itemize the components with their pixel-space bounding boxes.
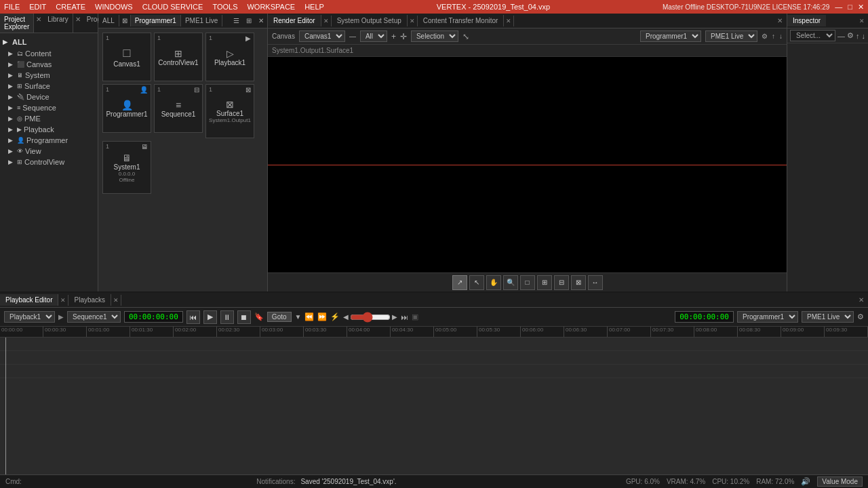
tab-project-explorer[interactable]: Project Explorer: [0, 14, 34, 33]
playback-slider[interactable]: [350, 312, 391, 323]
tool-table-btn[interactable]: ⊟: [554, 275, 569, 290]
inspector-up-btn[interactable]: ↑: [856, 32, 860, 40]
tab-playback-editor[interactable]: Playback Editor: [0, 294, 58, 306]
tile-programmer1[interactable]: 1 👤 👤 Programmer1: [102, 84, 151, 133]
canvas-select[interactable]: Canvas1: [299, 30, 345, 42]
add-icon[interactable]: +: [391, 32, 396, 41]
menu-help[interactable]: HELP: [304, 3, 324, 11]
tool-zoom-btn[interactable]: 🔍: [503, 275, 518, 290]
sequence-select[interactable]: Sequence1: [67, 311, 121, 323]
skip-end-icon[interactable]: ⏭: [401, 313, 408, 321]
goto-dropdown-icon[interactable]: ▼: [295, 313, 302, 321]
speaker-icon[interactable]: 🔊: [801, 477, 810, 486]
render-down-icon[interactable]: ↓: [779, 33, 783, 40]
inspector-settings-btn[interactable]: ⚙: [847, 31, 854, 40]
tree-device[interactable]: ▶ 🔌 Device: [0, 92, 98, 102]
tab-close-playbacks[interactable]: ✕: [111, 295, 121, 306]
bookmark-icon[interactable]: 🔖: [254, 312, 264, 321]
tab-all[interactable]: ALL: [98, 15, 119, 26]
menu-file[interactable]: FILE: [4, 3, 20, 11]
tab-inspector[interactable]: Inspector: [787, 15, 826, 26]
render-pme-select[interactable]: PME1 Live: [705, 30, 757, 42]
menu-windows[interactable]: WINDOWS: [95, 3, 133, 11]
maximize-button[interactable]: □: [848, 3, 852, 12]
speed-icon[interactable]: ⚡: [330, 312, 340, 321]
pb-settings-icon[interactable]: ⚙: [857, 312, 864, 321]
render-up-icon[interactable]: ↑: [772, 33, 775, 40]
tree-all[interactable]: ▶ ALL: [0, 36, 98, 48]
tree-canvas[interactable]: ▶ ⬛ Canvas: [0, 59, 98, 70]
render-programmer-select[interactable]: Programmer1: [640, 30, 701, 42]
tool-grid-btn[interactable]: ⊞: [537, 275, 552, 290]
inspector-minus-btn[interactable]: —: [837, 32, 845, 40]
bottom-panel-close[interactable]: ✕: [854, 294, 868, 306]
transport-stop-btn[interactable]: ⏹: [237, 310, 251, 324]
tab-close-system[interactable]: ✕: [408, 16, 418, 26]
tab-render-editor[interactable]: Render Editor: [268, 15, 321, 26]
tab-playbacks[interactable]: Playbacks: [68, 294, 111, 306]
tool-pan-btn[interactable]: ✋: [486, 275, 501, 290]
tab-programmer1[interactable]: Programmer1: [131, 15, 181, 26]
tree-playback[interactable]: ▶ ▶ Playback: [0, 124, 98, 135]
loop-icon[interactable]: ▣: [412, 312, 418, 321]
tree-controlview[interactable]: ▶ ⊞ ControlView: [0, 157, 98, 167]
transport-pause-btn[interactable]: ⏸: [220, 310, 234, 324]
menu-create[interactable]: CREATE: [56, 3, 85, 11]
tab-system-output[interactable]: System Output Setup: [332, 15, 408, 26]
close-button[interactable]: ✕: [858, 3, 864, 12]
menu-workspace[interactable]: WORKSPACE: [247, 3, 295, 11]
resize-icon[interactable]: ⤡: [462, 32, 469, 41]
tab-close-content[interactable]: ✕: [504, 16, 514, 26]
view-grid-btn[interactable]: ⊞: [243, 15, 255, 26]
inspector-close-btn[interactable]: ✕: [856, 16, 868, 26]
tab-close-library[interactable]: ✕: [73, 14, 83, 33]
menu-cloud[interactable]: CLOUD SERVICE: [142, 3, 203, 11]
selection-select[interactable]: Selection: [411, 30, 458, 42]
tab-close-render[interactable]: ✕: [321, 16, 332, 26]
value-mode-button[interactable]: Value Mode: [817, 476, 863, 487]
tool-arrow-btn[interactable]: ↔: [588, 275, 603, 290]
tile-controlview1[interactable]: 1 ⊞ ControlView1: [154, 33, 203, 81]
render-settings-icon[interactable]: ⚙: [762, 33, 768, 40]
tab-all-icon[interactable]: ⊠: [119, 15, 131, 26]
tree-system[interactable]: ▶ 🖥 System: [0, 70, 98, 81]
tab-library[interactable]: Library: [43, 14, 73, 33]
tree-content[interactable]: ▶ 🗂 Content: [0, 48, 98, 59]
tree-sequence[interactable]: ▶ ≡ Sequence: [0, 102, 98, 113]
move-icon[interactable]: ✛: [400, 32, 407, 41]
goto-button[interactable]: Goto: [267, 312, 292, 322]
menu-edit[interactable]: EDIT: [29, 3, 46, 11]
transport-play-btn[interactable]: ▶: [203, 310, 217, 324]
menu-tools[interactable]: TOOLS: [212, 3, 237, 11]
tile-canvas1[interactable]: 1 □ Canvas1: [102, 33, 151, 81]
tool-select-btn[interactable]: ↗: [452, 275, 467, 290]
inspector-down-btn[interactable]: ↓: [862, 32, 866, 40]
tab-pme1-live[interactable]: PME1 Live: [181, 15, 222, 26]
minimize-button[interactable]: —: [835, 3, 842, 12]
transport-back-btn[interactable]: ⏮: [186, 310, 200, 324]
tool-pointer-btn[interactable]: ↖: [469, 275, 484, 290]
pb-pme-select[interactable]: PME1 Live: [802, 311, 854, 323]
tile-surface1[interactable]: 1 ⊠ ⊠ Surface1 System1.Output1: [205, 84, 254, 138]
view-list-btn[interactable]: ☰: [230, 15, 243, 26]
tile-system1[interactable]: 1 🖥 🖥 System1 0.0.0.0 Offline: [102, 141, 151, 194]
tile-playback1[interactable]: 1 ▶ ▷ Playback1: [205, 33, 254, 81]
tree-view[interactable]: ▶ 👁 View: [0, 146, 98, 157]
panel-close-btn[interactable]: ✕: [255, 15, 267, 26]
render-panel-close[interactable]: ✕: [773, 15, 787, 26]
skip-fwd-icon[interactable]: ⏩: [317, 312, 327, 321]
tool-rect-btn[interactable]: □: [520, 275, 535, 290]
tree-pme[interactable]: ▶ ◎ PME: [0, 113, 98, 124]
canvas-area[interactable]: [268, 57, 787, 272]
tab-content-transfer[interactable]: Content Transfer Monitor: [418, 15, 505, 26]
tool-link-btn[interactable]: ⊠: [571, 275, 586, 290]
inspector-select[interactable]: Select...: [790, 30, 835, 41]
tree-surface[interactable]: ▶ ⊞ Surface: [0, 81, 98, 92]
pb-programmer-select[interactable]: Programmer1: [737, 311, 798, 323]
playback-select[interactable]: Playback1: [4, 311, 55, 323]
tab-close-project[interactable]: ✕: [34, 14, 43, 33]
tab-close-playback-editor[interactable]: ✕: [58, 295, 68, 306]
tree-programmer[interactable]: ▶ 👤 Programmer: [0, 135, 98, 146]
skip-back-icon[interactable]: ⏪: [304, 312, 314, 321]
tile-sequence1[interactable]: 1 ⊟ ≡ Sequence1: [154, 84, 203, 133]
